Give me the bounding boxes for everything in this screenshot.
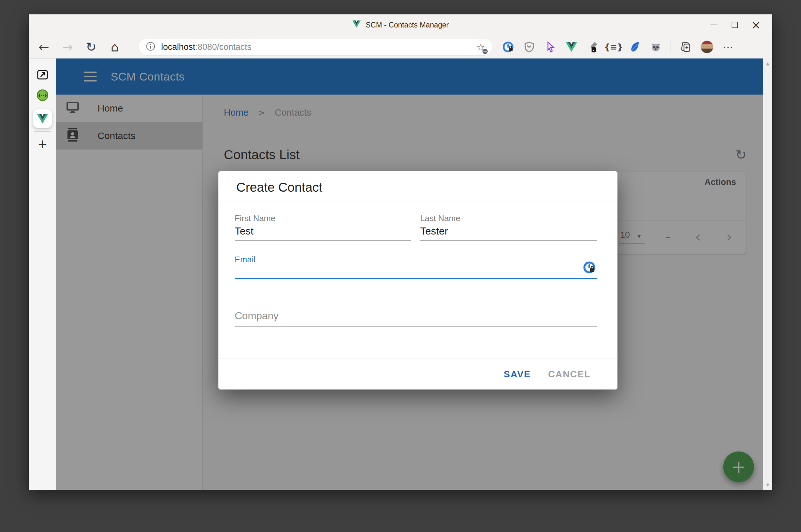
window-titlebar[interactable]: SCM - Contacts Manager × [29, 14, 772, 36]
first-name-field[interactable]: First Name Test [235, 213, 411, 241]
more-menu-icon[interactable]: ⋯ [722, 41, 734, 53]
url-host: localhost [161, 42, 195, 52]
scroll-up-icon[interactable]: ▲ [766, 61, 769, 66]
scroll-down-icon[interactable]: ▼ [766, 482, 769, 487]
selector-cursor-icon[interactable] [544, 41, 557, 53]
reload-icon[interactable]: ↻ [84, 40, 98, 54]
dialog-actions: SAVE CANCEL [218, 359, 617, 390]
browser-window: SCM - Contacts Manager × ← → ↻ ⌂ localho… [29, 14, 772, 490]
onepassword-icon[interactable] [502, 41, 514, 53]
extensions-row: {≡} ⋯ [502, 41, 734, 53]
browser-toolbar: ← → ↻ ⌂ localhost:8080/contacts ☆+ [29, 36, 772, 58]
email-field[interactable]: Email [235, 255, 597, 279]
maximize-button[interactable] [724, 14, 745, 36]
address-bar[interactable]: localhost:8080/contacts ☆+ [139, 39, 492, 55]
forward-icon[interactable]: → [60, 40, 75, 54]
dialog-title: Create Contact [218, 171, 617, 202]
back-icon[interactable]: ← [36, 40, 51, 54]
vue-devtools-icon[interactable] [565, 41, 578, 53]
browser-side-rail: {··} + [29, 58, 56, 490]
collections-icon[interactable] [679, 41, 692, 53]
create-contact-dialog: Create Contact First Name Test Last Name… [218, 171, 617, 390]
rail-divider [34, 131, 51, 132]
url-path: :8080/contacts [195, 42, 252, 52]
raccoon-icon[interactable] [650, 41, 662, 53]
browser-scrollbar[interactable]: ▲ ▼ [763, 58, 772, 490]
page-viewport: SCM Contacts Home Contacts [56, 58, 763, 490]
last-name-field[interactable]: Last Name Tester [420, 213, 597, 241]
first-name-label: First Name [235, 213, 411, 223]
vue-app-tab[interactable] [33, 109, 52, 128]
last-name-label: Last Name [420, 213, 597, 223]
window-title: SCM - Contacts Manager [366, 21, 449, 30]
email-input[interactable] [235, 266, 597, 279]
save-button[interactable]: SAVE [504, 369, 531, 380]
new-tab-plus-icon[interactable]: + [37, 137, 48, 151]
first-name-input[interactable]: Test [235, 225, 411, 241]
site-info-icon[interactable] [146, 41, 156, 52]
favicon-vue-icon [352, 20, 361, 30]
company-field[interactable]: Company [235, 310, 597, 326]
json-viewer-icon[interactable]: {≡} [607, 41, 620, 53]
home-icon[interactable]: ⌂ [107, 40, 122, 54]
company-input[interactable]: Company [235, 310, 597, 326]
favorites-star-icon[interactable]: ☆+ [476, 41, 485, 53]
feather-icon[interactable] [628, 41, 641, 53]
email-label: Email [235, 255, 597, 265]
cancel-button[interactable]: CANCEL [548, 369, 590, 380]
devtools-box-icon[interactable] [36, 69, 49, 81]
last-name-input[interactable]: Tester [420, 225, 597, 241]
json-circle-icon[interactable]: {··} [37, 90, 48, 101]
minimize-button[interactable] [703, 14, 724, 36]
onepassword-field-icon[interactable] [583, 261, 596, 276]
close-button[interactable]: × [745, 14, 766, 36]
pocket-shield-icon[interactable] [523, 41, 535, 53]
eyedropper-icon[interactable] [586, 41, 599, 53]
toolbar-divider [671, 41, 671, 53]
profile-avatar[interactable] [700, 41, 713, 53]
